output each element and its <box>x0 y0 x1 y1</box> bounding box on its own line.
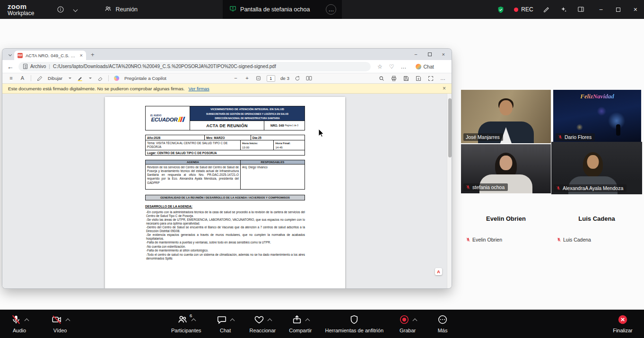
more-button[interactable]: Más <box>432 315 453 333</box>
browser-essentials-icon[interactable]: ♡ <box>389 63 394 70</box>
fullscreen-icon[interactable] <box>427 76 434 81</box>
document-title: ACTA DE REUNIÓN <box>190 121 264 130</box>
audio-options-chevron[interactable] <box>24 319 29 323</box>
edge-chat-label: Chat <box>424 64 434 69</box>
fit-page-icon[interactable] <box>255 76 261 81</box>
address-bar[interactable]: Archivo | C:/Users/lapto/Downloads/ACTA%… <box>18 62 371 71</box>
document-number-cell: NRO. 049 Página 1 de 3 <box>264 121 305 130</box>
end-meeting-button[interactable]: Finalizar <box>612 315 634 333</box>
search-icon[interactable] <box>378 76 384 81</box>
page-number-input[interactable] <box>267 75 275 82</box>
zoom-in-icon[interactable]: + <box>244 76 250 81</box>
pdf-viewport[interactable]: EL NUEVO ECUADOR VICEMINISTERIO DE ATENC… <box>2 94 452 288</box>
participants-options-chevron[interactable] <box>191 319 196 323</box>
agenda-development-text: -En conjunto con la administradora técni… <box>145 210 305 260</box>
signature-bar-close-icon[interactable]: × <box>443 85 446 92</box>
tab-close-icon[interactable]: × <box>80 52 83 58</box>
participant-tile-alexandra[interactable]: AlexandraA Ayala Mendoza <box>551 142 642 194</box>
video-options-chevron[interactable] <box>65 319 70 323</box>
maximize-button[interactable] <box>616 6 620 13</box>
highlighter-icon[interactable] <box>77 76 83 81</box>
rotate-icon[interactable] <box>295 76 301 81</box>
eraser-icon[interactable] <box>97 76 103 81</box>
annotate-pencil-icon[interactable] <box>543 6 550 13</box>
participants-button[interactable]: 6 Participantes <box>171 315 201 333</box>
pdf-scrollbar[interactable] <box>447 94 452 288</box>
record-button[interactable]: Grabar <box>397 315 418 333</box>
minimize-button[interactable]: − <box>599 6 603 13</box>
ver-firmas-link[interactable]: Ver firmas <box>189 86 209 91</box>
security-shield-icon[interactable] <box>497 6 505 14</box>
bullet-line: -No cuenta con esterilización. <box>146 245 305 249</box>
adobe-acrobat-extension-icon[interactable]: A <box>435 268 442 275</box>
rec-label: REC <box>521 6 533 13</box>
meeting-info-icon[interactable] <box>57 6 64 13</box>
participant-tile-stefania[interactable]: stefania ochoa <box>461 144 551 193</box>
draw-label[interactable]: Dibujar <box>48 76 62 81</box>
bullet-line: -Falta de mantenimiento a puertas y vent… <box>146 241 305 244</box>
day-cell: Día:25 <box>251 135 305 140</box>
bullet-line: -Se visito las áreas de UTPR, EMERGENCIA… <box>146 218 305 225</box>
read-aloud-icon[interactable]: A <box>19 76 26 81</box>
tab-meeting[interactable]: Reunión <box>100 0 142 19</box>
new-tab-button[interactable]: + <box>91 51 95 58</box>
video-button[interactable]: Vídeo <box>49 315 71 333</box>
browser-minimize-button[interactable]: − <box>414 52 417 57</box>
share-options-chevron[interactable] <box>305 319 310 323</box>
participant-name-label: AlexandraA Ayala Mendoza <box>554 184 627 192</box>
audio-button[interactable]: Audio <box>9 315 30 333</box>
participant-tile-luis[interactable]: Luis Cadena Luis Cadena <box>552 195 642 246</box>
participants-icon: 6 <box>177 314 188 327</box>
browser-more-icon[interactable]: … <box>401 63 407 70</box>
ai-companion-sparkle-icon[interactable] <box>560 6 567 13</box>
pdf-favicon: PDF <box>17 53 23 58</box>
chat-options-chevron[interactable] <box>230 319 235 323</box>
browser-tab[interactable]: PDF ACTA NRO. 049_C.S. POSORJA TIP... × <box>14 51 86 60</box>
zoom-out-icon[interactable]: − <box>233 76 239 81</box>
save-as-icon[interactable] <box>415 76 421 81</box>
pdf-toolbar: ≡ A Dibujar Pregúntale a Copilot − + <box>2 73 452 84</box>
browser-maximize-button[interactable] <box>428 52 432 57</box>
record-options-chevron[interactable] <box>412 319 417 323</box>
recording-indicator[interactable]: REC <box>514 6 533 13</box>
close-button[interactable]: × <box>634 6 637 13</box>
react-button[interactable]: Reaccionar <box>250 315 276 333</box>
tab-list-chevron-icon[interactable] <box>9 53 11 56</box>
participant-name-label: Dario Flores <box>556 133 595 141</box>
host-tools-button[interactable]: Herramientas de anfitrión <box>325 315 384 333</box>
participant-centered-name: Luis Cadena <box>552 215 642 222</box>
bullet-line: -Se evidencia espacios generados a travé… <box>146 233 305 240</box>
print-icon[interactable] <box>391 76 397 81</box>
start-time-cell: Hora Inicio: 13:00 <box>240 140 274 150</box>
participant-tile-jose[interactable]: José Manjarres <box>461 90 551 143</box>
draw-pen-icon[interactable] <box>36 76 43 81</box>
edge-chat-icon <box>416 64 421 69</box>
copilot-label[interactable]: Pregúntale a Copilot <box>124 76 166 81</box>
tab-screen-share[interactable]: Pantalla de stefania ochoa … <box>223 0 342 19</box>
back-icon[interactable]: ← <box>7 63 14 70</box>
save-icon[interactable] <box>403 76 409 81</box>
participants-count-badge: 6 <box>190 313 192 318</box>
pdf-more-icon[interactable]: … <box>440 76 446 81</box>
view-layout-icon[interactable] <box>577 6 585 13</box>
participant-tile-evelin[interactable]: Evelin Obrien Evelin Obrien <box>461 195 551 246</box>
toc-icon[interactable]: ≡ <box>8 76 14 81</box>
year-cell: Año:2026 <box>146 135 204 140</box>
favorites-star-icon[interactable]: ☆ <box>377 63 383 70</box>
chat-button[interactable]: Chat <box>215 315 236 333</box>
copilot-icon[interactable] <box>114 76 119 81</box>
browser-close-button[interactable]: × <box>442 52 445 57</box>
tab-more-options-icon[interactable]: … <box>326 4 336 15</box>
muted-mic-icon <box>11 314 21 327</box>
end-time-cell: Hora Final: 14:45 <box>273 140 305 150</box>
react-options-chevron[interactable] <box>267 319 272 323</box>
participant-tile-dario[interactable]: FelizNavidad Dario Flores <box>553 90 641 143</box>
edge-chat-button[interactable]: Chat <box>412 63 437 70</box>
page-view-icon[interactable] <box>306 76 312 81</box>
share-button[interactable]: Compartir <box>289 315 312 333</box>
pdf-scrollbar-thumb[interactable] <box>448 98 452 157</box>
ministry-line-1: VICEMINISTERIO DE ATENCIÓN INTEGRAL EN S… <box>190 106 305 112</box>
tab-meeting-label: Reunión <box>115 6 138 13</box>
chevron-down-icon[interactable] <box>74 8 77 11</box>
topic-cell: Tema: VISITA TÉCNICA AL CENTRO DE SALUD … <box>146 140 240 150</box>
